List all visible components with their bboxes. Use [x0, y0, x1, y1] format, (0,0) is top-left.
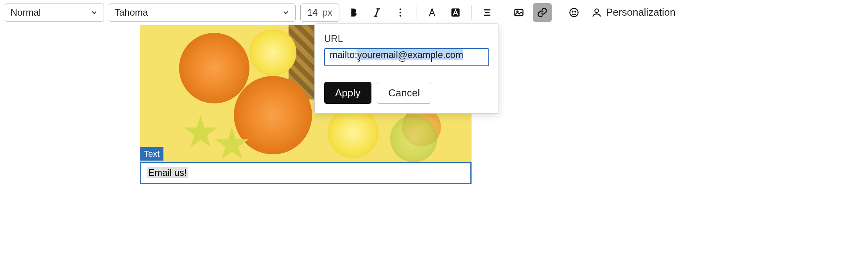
personalization-label: Personalization [606, 6, 676, 18]
highlight-color-button[interactable] [446, 3, 465, 22]
align-button[interactable] [478, 3, 497, 22]
format-value: Normal [11, 7, 41, 18]
font-dropdown[interactable]: Tahoma [109, 4, 296, 22]
decorative-shape [328, 107, 378, 158]
emoji-button[interactable] [565, 3, 583, 22]
svg-point-5 [400, 14, 402, 16]
block-type-tag: Text [140, 147, 163, 161]
svg-point-3 [400, 8, 402, 10]
apply-button[interactable]: Apply [324, 82, 371, 104]
decorative-shape [390, 115, 437, 162]
separator [416, 5, 416, 20]
decorative-shape [179, 33, 249, 103]
font-size-unit: px [323, 7, 332, 18]
font-size-value: 14 [307, 7, 318, 18]
bold-button[interactable] [344, 3, 363, 22]
separator [503, 5, 503, 20]
decorative-shape [249, 29, 296, 76]
font-value: Tahoma [115, 7, 148, 18]
personalization-button[interactable]: Personalization [588, 6, 679, 18]
format-dropdown[interactable]: Normal [5, 4, 104, 22]
url-input[interactable] [324, 48, 489, 66]
svg-point-14 [575, 11, 576, 12]
svg-point-13 [572, 11, 573, 12]
svg-point-4 [400, 11, 402, 13]
cancel-button[interactable]: Cancel [377, 82, 431, 104]
editor-toolbar: Normal Tahoma 14 px Personalization [0, 0, 868, 25]
image-button[interactable] [509, 3, 528, 22]
url-label: URL [324, 33, 489, 44]
chevron-down-icon [90, 9, 98, 16]
link-popover: URL mailto:youremail@example.com Apply C… [314, 24, 499, 114]
selected-text[interactable]: Email us! [147, 167, 188, 178]
decorative-shape [234, 76, 312, 154]
separator [471, 5, 472, 20]
italic-button[interactable] [368, 3, 386, 22]
svg-line-0 [376, 9, 378, 16]
more-format-button[interactable] [391, 3, 410, 22]
popover-buttons: Apply Cancel [324, 82, 489, 104]
decorative-shape [183, 115, 218, 150]
svg-point-12 [570, 8, 578, 16]
link-button[interactable] [533, 3, 552, 22]
svg-point-15 [595, 9, 598, 12]
text-color-button[interactable] [423, 3, 441, 22]
separator [558, 5, 558, 20]
chevron-down-icon [282, 9, 290, 16]
person-icon [591, 7, 602, 18]
font-size-input[interactable]: 14 px [300, 4, 339, 22]
text-block[interactable]: Email us! [140, 162, 472, 184]
